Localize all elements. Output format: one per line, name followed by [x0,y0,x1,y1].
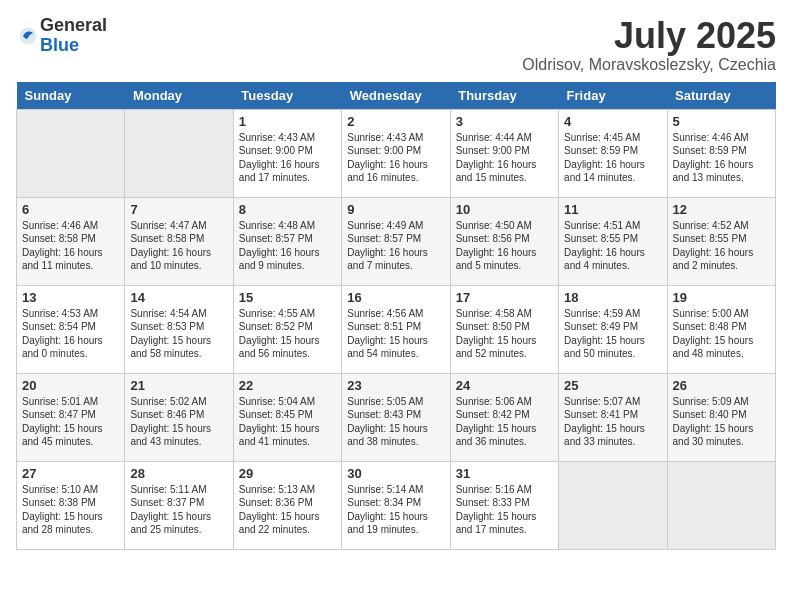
calendar-cell: 7Sunrise: 4:47 AM Sunset: 8:58 PM Daylig… [125,197,233,285]
cell-info: Sunrise: 4:46 AM Sunset: 8:58 PM Dayligh… [22,219,119,273]
calendar-cell: 12Sunrise: 4:52 AM Sunset: 8:55 PM Dayli… [667,197,775,285]
day-number: 8 [239,202,336,217]
calendar-cell: 18Sunrise: 4:59 AM Sunset: 8:49 PM Dayli… [559,285,667,373]
day-number: 29 [239,466,336,481]
cell-info: Sunrise: 4:53 AM Sunset: 8:54 PM Dayligh… [22,307,119,361]
calendar-cell: 3Sunrise: 4:44 AM Sunset: 9:00 PM Daylig… [450,109,558,197]
weekday-header-friday: Friday [559,82,667,110]
calendar-cell: 2Sunrise: 4:43 AM Sunset: 9:00 PM Daylig… [342,109,450,197]
calendar-week-row: 13Sunrise: 4:53 AM Sunset: 8:54 PM Dayli… [17,285,776,373]
weekday-header-sunday: Sunday [17,82,125,110]
calendar-week-row: 20Sunrise: 5:01 AM Sunset: 8:47 PM Dayli… [17,373,776,461]
cell-info: Sunrise: 4:45 AM Sunset: 8:59 PM Dayligh… [564,131,661,185]
calendar-cell: 14Sunrise: 4:54 AM Sunset: 8:53 PM Dayli… [125,285,233,373]
cell-info: Sunrise: 4:52 AM Sunset: 8:55 PM Dayligh… [673,219,770,273]
cell-info: Sunrise: 4:55 AM Sunset: 8:52 PM Dayligh… [239,307,336,361]
calendar-cell [125,109,233,197]
day-number: 28 [130,466,227,481]
day-number: 19 [673,290,770,305]
cell-info: Sunrise: 5:07 AM Sunset: 8:41 PM Dayligh… [564,395,661,449]
calendar-cell: 23Sunrise: 5:05 AM Sunset: 8:43 PM Dayli… [342,373,450,461]
cell-info: Sunrise: 5:05 AM Sunset: 8:43 PM Dayligh… [347,395,444,449]
cell-info: Sunrise: 4:56 AM Sunset: 8:51 PM Dayligh… [347,307,444,361]
cell-info: Sunrise: 5:11 AM Sunset: 8:37 PM Dayligh… [130,483,227,537]
weekday-header-tuesday: Tuesday [233,82,341,110]
calendar-cell: 24Sunrise: 5:06 AM Sunset: 8:42 PM Dayli… [450,373,558,461]
day-number: 26 [673,378,770,393]
day-number: 27 [22,466,119,481]
calendar-cell [667,461,775,549]
day-number: 4 [564,114,661,129]
cell-info: Sunrise: 5:09 AM Sunset: 8:40 PM Dayligh… [673,395,770,449]
cell-info: Sunrise: 4:58 AM Sunset: 8:50 PM Dayligh… [456,307,553,361]
weekday-header-row: SundayMondayTuesdayWednesdayThursdayFrid… [17,82,776,110]
calendar-cell: 30Sunrise: 5:14 AM Sunset: 8:34 PM Dayli… [342,461,450,549]
logo-general-text: General [40,15,107,35]
day-number: 1 [239,114,336,129]
day-number: 9 [347,202,444,217]
weekday-header-monday: Monday [125,82,233,110]
logo-icon [18,26,38,46]
cell-info: Sunrise: 5:06 AM Sunset: 8:42 PM Dayligh… [456,395,553,449]
day-number: 12 [673,202,770,217]
calendar-week-row: 27Sunrise: 5:10 AM Sunset: 8:38 PM Dayli… [17,461,776,549]
calendar-cell: 28Sunrise: 5:11 AM Sunset: 8:37 PM Dayli… [125,461,233,549]
calendar-cell: 5Sunrise: 4:46 AM Sunset: 8:59 PM Daylig… [667,109,775,197]
day-number: 11 [564,202,661,217]
calendar-table: SundayMondayTuesdayWednesdayThursdayFrid… [16,82,776,550]
day-number: 21 [130,378,227,393]
cell-info: Sunrise: 5:10 AM Sunset: 8:38 PM Dayligh… [22,483,119,537]
cell-info: Sunrise: 5:00 AM Sunset: 8:48 PM Dayligh… [673,307,770,361]
logo: General Blue [16,16,107,56]
cell-info: Sunrise: 4:54 AM Sunset: 8:53 PM Dayligh… [130,307,227,361]
calendar-cell: 22Sunrise: 5:04 AM Sunset: 8:45 PM Dayli… [233,373,341,461]
day-number: 23 [347,378,444,393]
calendar-cell: 25Sunrise: 5:07 AM Sunset: 8:41 PM Dayli… [559,373,667,461]
calendar-cell: 26Sunrise: 5:09 AM Sunset: 8:40 PM Dayli… [667,373,775,461]
day-number: 2 [347,114,444,129]
cell-info: Sunrise: 5:14 AM Sunset: 8:34 PM Dayligh… [347,483,444,537]
day-number: 13 [22,290,119,305]
title-block: July 2025 Oldrisov, Moravskoslezsky, Cze… [522,16,776,74]
calendar-cell: 17Sunrise: 4:58 AM Sunset: 8:50 PM Dayli… [450,285,558,373]
day-number: 25 [564,378,661,393]
day-number: 15 [239,290,336,305]
calendar-cell: 16Sunrise: 4:56 AM Sunset: 8:51 PM Dayli… [342,285,450,373]
cell-info: Sunrise: 5:02 AM Sunset: 8:46 PM Dayligh… [130,395,227,449]
logo-blue-text: Blue [40,35,79,55]
cell-info: Sunrise: 4:48 AM Sunset: 8:57 PM Dayligh… [239,219,336,273]
calendar-week-row: 6Sunrise: 4:46 AM Sunset: 8:58 PM Daylig… [17,197,776,285]
page-header: General Blue July 2025 Oldrisov, Moravsk… [16,16,776,74]
calendar-cell: 15Sunrise: 4:55 AM Sunset: 8:52 PM Dayli… [233,285,341,373]
calendar-cell: 6Sunrise: 4:46 AM Sunset: 8:58 PM Daylig… [17,197,125,285]
cell-info: Sunrise: 4:47 AM Sunset: 8:58 PM Dayligh… [130,219,227,273]
calendar-cell: 8Sunrise: 4:48 AM Sunset: 8:57 PM Daylig… [233,197,341,285]
day-number: 20 [22,378,119,393]
calendar-cell: 9Sunrise: 4:49 AM Sunset: 8:57 PM Daylig… [342,197,450,285]
day-number: 16 [347,290,444,305]
cell-info: Sunrise: 5:16 AM Sunset: 8:33 PM Dayligh… [456,483,553,537]
cell-info: Sunrise: 4:51 AM Sunset: 8:55 PM Dayligh… [564,219,661,273]
calendar-week-row: 1Sunrise: 4:43 AM Sunset: 9:00 PM Daylig… [17,109,776,197]
calendar-cell: 13Sunrise: 4:53 AM Sunset: 8:54 PM Dayli… [17,285,125,373]
day-number: 7 [130,202,227,217]
calendar-cell [17,109,125,197]
weekday-header-saturday: Saturday [667,82,775,110]
calendar-cell: 11Sunrise: 4:51 AM Sunset: 8:55 PM Dayli… [559,197,667,285]
calendar-cell: 19Sunrise: 5:00 AM Sunset: 8:48 PM Dayli… [667,285,775,373]
calendar-cell: 20Sunrise: 5:01 AM Sunset: 8:47 PM Dayli… [17,373,125,461]
day-number: 6 [22,202,119,217]
calendar-cell: 29Sunrise: 5:13 AM Sunset: 8:36 PM Dayli… [233,461,341,549]
calendar-cell: 31Sunrise: 5:16 AM Sunset: 8:33 PM Dayli… [450,461,558,549]
day-number: 3 [456,114,553,129]
cell-info: Sunrise: 4:59 AM Sunset: 8:49 PM Dayligh… [564,307,661,361]
calendar-cell: 10Sunrise: 4:50 AM Sunset: 8:56 PM Dayli… [450,197,558,285]
day-number: 18 [564,290,661,305]
day-number: 10 [456,202,553,217]
day-number: 17 [456,290,553,305]
cell-info: Sunrise: 4:43 AM Sunset: 9:00 PM Dayligh… [347,131,444,185]
calendar-cell: 27Sunrise: 5:10 AM Sunset: 8:38 PM Dayli… [17,461,125,549]
cell-info: Sunrise: 5:13 AM Sunset: 8:36 PM Dayligh… [239,483,336,537]
day-number: 5 [673,114,770,129]
calendar-cell [559,461,667,549]
